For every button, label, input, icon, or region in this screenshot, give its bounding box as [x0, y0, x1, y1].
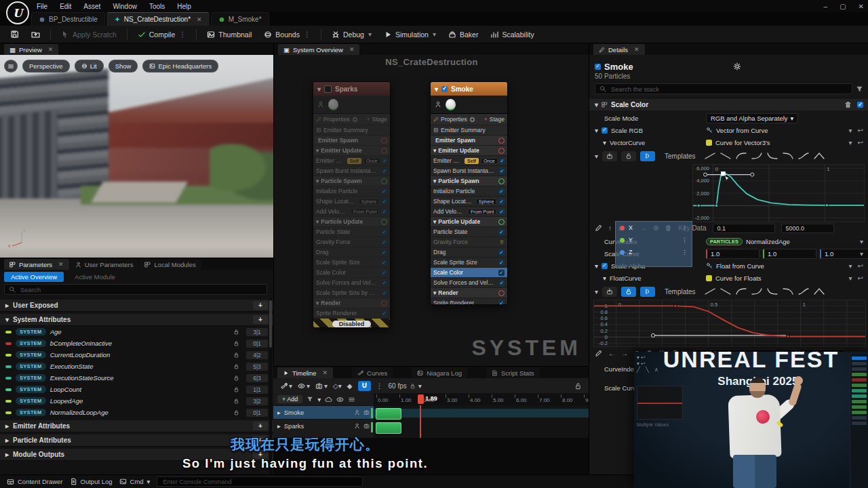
mode-active-module[interactable]: Active Module — [68, 272, 122, 282]
template-ease-in-up-icon[interactable] — [751, 287, 764, 296]
template-ease-out-up-icon[interactable] — [735, 287, 748, 296]
chevron-down-icon[interactable]: ▾ — [603, 274, 606, 282]
close-icon[interactable]: ✕ — [349, 46, 355, 53]
lock-icon[interactable] — [233, 398, 239, 404]
lock-tangents-button[interactable] — [621, 151, 636, 161]
stack-row-spawn-burst-instantaneous[interactable]: Spawn Burst Instantaneous✓ — [431, 166, 507, 176]
left-icon[interactable]: ← — [608, 350, 615, 357]
stack-row-particle-update[interactable]: ▾Particle Update — [313, 217, 390, 227]
chevron-down-icon[interactable]: ▾ — [849, 139, 852, 146]
viewport[interactable]: PerspectiveLitShowEpic Headquarters x y — [0, 55, 273, 258]
module-enabled-checkbox[interactable]: ✓ — [500, 158, 505, 164]
more-options-icon[interactable]: ⋮ — [179, 30, 186, 38]
section-particle-attributes[interactable]: ▸Particle Attributes+ — [0, 434, 273, 447]
module-enabled-checkbox[interactable]: ✓ — [498, 188, 505, 195]
stack-search-input[interactable] — [610, 85, 848, 94]
template-linear-down-icon[interactable] — [719, 287, 732, 296]
trash-icon[interactable] — [844, 101, 852, 108]
console-command-input[interactable] — [161, 478, 358, 486]
value-badge[interactable]: Self — [465, 158, 479, 164]
template-peak-icon[interactable] — [813, 152, 826, 161]
keyframe-options-button[interactable]: ◇▾ — [333, 382, 342, 390]
parameter-row-age[interactable]: SYSTEMAge3|1 — [0, 326, 273, 338]
emitter-clip[interactable] — [376, 408, 401, 420]
stack-search[interactable] — [595, 83, 852, 94]
template-peak-icon[interactable] — [813, 287, 826, 296]
stack-row-emitter-state[interactable]: Emitter StateSelfOnce✓ — [431, 156, 507, 166]
more-options-icon[interactable]: ⋮ — [376, 382, 383, 390]
section-system-attributes[interactable]: ▾System Attributes+ — [0, 314, 273, 326]
fps-display[interactable]: 60 fps▾ — [389, 382, 422, 390]
chevron-down-icon[interactable]: ▾ — [603, 139, 606, 146]
value-badge[interactable]: Sphere — [476, 199, 497, 205]
module-enabled-checkbox[interactable]: ✓ — [381, 260, 387, 266]
module-enabled-checkbox[interactable]: ✓ — [498, 229, 505, 235]
module-enabled-checkbox[interactable]: ✓ — [382, 290, 387, 296]
add-keyframe-button[interactable]: ◆ — [347, 382, 353, 390]
stack-row-gravity-force[interactable]: Gravity Force — [431, 237, 507, 247]
track-header-sparks[interactable]: ▸Sparks — [273, 419, 374, 432]
module-enabled-checkbox[interactable]: ✓ — [498, 270, 505, 276]
float-curve-value[interactable]: Curve for Floats — [715, 274, 762, 282]
module-enabled-checkbox[interactable]: ✓ — [498, 300, 505, 306]
menu-tools[interactable]: Tools — [144, 1, 170, 12]
template-ease-out-up-icon[interactable] — [735, 152, 748, 161]
emitter-clip[interactable] — [376, 422, 401, 434]
add-parameter-button[interactable]: + — [253, 450, 268, 459]
parameter-row-loopedage[interactable]: SYSTEMLoopedAge3|2 — [0, 395, 273, 407]
template-ease-out-down-icon[interactable] — [766, 287, 779, 296]
parameter-row-currentloopduration[interactable]: SYSTEMCurrentLoopDuration4|2 — [0, 349, 273, 361]
browse-to-asset-button[interactable] — [26, 28, 45, 41]
apply-scratch-button[interactable]: Apply Scratch — [56, 28, 121, 41]
scale-curve-x-input[interactable]: 1.0 — [706, 249, 760, 259]
lock-icon[interactable] — [233, 340, 239, 346]
debug-button[interactable]: Debug▾ — [327, 28, 376, 41]
reset-icon[interactable]: ↩ — [858, 262, 863, 270]
tab-parameters[interactable]: Parameters✕ — [4, 259, 69, 270]
lock-icon[interactable] — [233, 352, 239, 358]
viewport-show-button[interactable]: Show — [108, 60, 138, 73]
stack-row-particle-spawn[interactable]: ▾Particle Spawn — [313, 176, 390, 186]
reset-icon[interactable]: ↩ — [858, 274, 863, 282]
cloud-icon[interactable] — [325, 396, 332, 403]
lines3-icon[interactable] — [348, 396, 355, 403]
stack-row-drag[interactable]: Drag✓ — [431, 247, 507, 258]
module-enabled-checkbox[interactable]: ✓ — [381, 209, 387, 215]
tab-curves[interactable]: Curves — [352, 367, 393, 378]
menu-asset[interactable]: Asset — [78, 1, 106, 12]
close-icon[interactable]: ✕ — [58, 261, 64, 268]
tab-timeline[interactable]: Timeline✕ — [277, 367, 333, 378]
stack-row-scale-sprite-size-by-speed[interactable]: Scale Sprite Size by Speed✓ — [313, 288, 390, 298]
baker-button[interactable]: Baker — [443, 28, 483, 41]
value-badge[interactable]: Once — [481, 158, 498, 164]
wrench-options-button[interactable]: ▾ — [280, 382, 292, 390]
right-icon[interactable]: → — [621, 350, 628, 357]
module-enabled-checkbox[interactable]: ✓ — [498, 209, 505, 215]
module-enabled-checkbox[interactable]: ✓ — [381, 188, 387, 195]
emitter-enabled-checkbox[interactable]: ✓ — [441, 86, 448, 92]
timeline-ruler[interactable]: 0.001.002.003.004.005.006.007.008.009.00 — [374, 393, 589, 405]
emitter-node-sparks[interactable]: ▾SparksProperties+StageEmitter Summary E… — [313, 81, 391, 328]
chevron-down-icon[interactable]: ▾ — [595, 127, 598, 134]
module-enabled-checkbox[interactable]: ✓ — [498, 249, 505, 256]
stack-row-spawn-burst-instantaneous[interactable]: Spawn Burst Instantaneous✓ — [313, 166, 390, 176]
chevron-down-icon[interactable]: ▾ — [860, 238, 863, 245]
stack-row-add-velocity[interactable]: Add VelocityFrom Point✓ — [313, 207, 390, 217]
stack-row-scale-color[interactable]: Scale Color✓ — [313, 268, 390, 278]
close-icon[interactable]: ✕ — [197, 16, 202, 23]
float-curve-editor[interactable]: 10.80.60.40.20-0.200.51 — [593, 300, 866, 347]
asset-tab-ns_cratedestruction-[interactable]: NS_CrateDestruction*✕ — [106, 12, 210, 26]
vector-curve-editor[interactable]: 6,0004,0002,000-2,00001 — [692, 164, 865, 222]
track-lane-smoke[interactable] — [374, 407, 589, 420]
value-badge[interactable]: Sphere — [359, 199, 380, 205]
stack-row-sprite-renderer[interactable]: Sprite Renderer✓ — [313, 308, 390, 319]
stack-row-initialize-particle[interactable]: Initialize Particle✓ — [313, 186, 390, 197]
emitter-enabled-checkbox[interactable] — [324, 85, 332, 93]
chevron-down-icon[interactable]: ▾ — [860, 250, 863, 258]
scalability-button[interactable]: Scalability — [486, 28, 538, 41]
stack-row-particle-update[interactable]: ▾Particle Update — [431, 217, 507, 227]
parameter-row-bcompleteoninactive[interactable]: SYSTEMbCompleteOnInactive0|1 — [0, 338, 273, 349]
person-icon[interactable] — [354, 423, 360, 429]
close-icon[interactable]: ✕ — [48, 46, 54, 53]
chevron-down-icon[interactable]: ▾ — [595, 262, 598, 270]
